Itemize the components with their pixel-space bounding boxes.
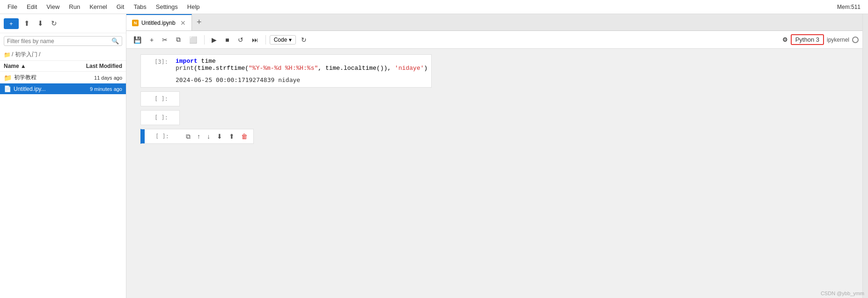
save-button[interactable]: 💾 <box>130 34 145 45</box>
cell-2[interactable]: [ ]: <box>140 91 180 106</box>
cell-body-4[interactable] <box>173 129 180 143</box>
str-format: "%Y-%m-%d %H:%H:%s" <box>249 65 318 72</box>
menu-bar: File Edit View Run Kernel Git Tabs Setti… <box>0 0 868 14</box>
breadcrumb: 📁 / 初学入门 / <box>0 49 126 61</box>
download-button[interactable]: ⬇ <box>35 18 46 29</box>
menu-run[interactable]: Run <box>65 2 84 11</box>
file-name: Untitled.ipy... <box>14 86 45 92</box>
copy-cell-action[interactable]: ⧉ <box>184 132 192 142</box>
menu-tabs[interactable]: Tabs <box>130 2 150 11</box>
restart-button[interactable]: ↺ <box>235 34 247 45</box>
cell-actions-4: ⧉ ↑ ↓ ⬇ ⬆ 🗑 <box>180 130 253 143</box>
mem-info: Mem:511 <box>837 4 864 10</box>
folder-icon: 📁 <box>4 74 12 82</box>
cell-prompt-4: [ ]: <box>145 129 173 143</box>
list-item[interactable]: 📁 初学教程 11 days ago <box>0 72 126 83</box>
upload-button[interactable]: ⬆ <box>22 18 32 29</box>
breadcrumb-path: / 初学入门 / <box>12 51 40 59</box>
file-list-header: Name ▲ Last Modified <box>0 61 126 72</box>
cell-wrapper-4: [ ]: ⧉ ↑ ↓ ⬇ ⬆ 🗑 <box>126 127 862 146</box>
cell-wrapper-3: [ ]: <box>126 108 862 127</box>
cell-prompt-2: [ ]: <box>144 92 172 106</box>
scrollbar[interactable] <box>862 14 868 298</box>
delete-action[interactable]: 🗑 <box>239 132 250 141</box>
fast-forward-button[interactable]: ⏭ <box>249 34 262 45</box>
search-input[interactable] <box>7 38 111 45</box>
cell-1[interactable]: [3]: import time print(time.strftime("%Y… <box>140 54 432 88</box>
cell-body-1[interactable]: import time print(time.strftime("%Y-%m-%… <box>172 55 431 74</box>
move-down-action[interactable]: ↓ <box>205 132 212 141</box>
col-name-header[interactable]: Name ▲ <box>4 63 71 69</box>
run-button[interactable]: ▶ <box>208 34 220 45</box>
cell-body-2[interactable] <box>172 92 179 106</box>
add-cell-button[interactable]: + <box>147 34 157 45</box>
add-tab-button[interactable]: + <box>192 17 206 27</box>
cell-body-3[interactable] <box>172 111 179 125</box>
refresh-kernel-button[interactable]: ↻ <box>298 34 310 45</box>
file-modified: 9 minutes ago <box>71 86 122 92</box>
cell-prompt-1: [3]: <box>144 55 172 87</box>
separator <box>204 35 205 45</box>
menu-kernel[interactable]: Kernel <box>86 2 111 11</box>
menu-edit[interactable]: Edit <box>23 2 41 11</box>
watermark: CSDN @ybb_ymm <box>821 291 864 296</box>
menu-file[interactable]: File <box>4 2 21 11</box>
refresh-button[interactable]: ↻ <box>49 18 59 29</box>
notebook-content: [3]: import time print(time.strftime("%Y… <box>126 49 862 298</box>
menu-help[interactable]: Help <box>184 2 204 11</box>
move-up-action[interactable]: ↑ <box>195 132 202 141</box>
sort-icon: ▲ <box>21 63 26 69</box>
cut-button[interactable]: ✂ <box>159 34 171 45</box>
output-text-1: 2024-06-25 00:00:1719274839 nidaye <box>176 76 300 83</box>
menu-view[interactable]: View <box>43 2 63 11</box>
kernel-select[interactable]: Code ▾ <box>270 35 296 45</box>
str-nidaye: 'nidaye' <box>395 65 424 72</box>
kernel-select-label: Code <box>274 37 287 43</box>
main-layout: + ⬆ ⬇ ↻ 🔍 📁 / 初学入门 / Name ▲ Last Modifie… <box>0 14 868 298</box>
kernel-name: ipykernel <box>827 37 849 43</box>
copy-cell-button[interactable]: ⧉ <box>173 34 184 45</box>
cell-wrapper-1: [3]: import time print(time.strftime("%Y… <box>126 52 862 89</box>
menu-git[interactable]: Git <box>113 2 128 11</box>
tab-notebook[interactable]: N Untitled.ipynb ✕ <box>126 14 192 30</box>
cell-output-1: 2024-06-25 00:00:1719274839 nidaye <box>172 74 431 87</box>
search-box: 🔍 <box>4 36 122 46</box>
file-modified: 11 days ago <box>71 75 122 81</box>
sidebar-toolbar: + ⬆ ⬇ ↻ <box>0 14 126 33</box>
sidebar: + ⬆ ⬇ ↻ 🔍 📁 / 初学入门 / Name ▲ Last Modifie… <box>0 14 126 298</box>
cell-4[interactable]: [ ]: ⧉ ↑ ↓ ⬇ ⬆ 🗑 <box>140 129 254 144</box>
tab-bar: N Untitled.ipynb ✕ + <box>126 14 862 31</box>
list-item[interactable]: 📄 Untitled.ipy... 9 minutes ago <box>0 83 126 94</box>
paste-cell-button[interactable]: ⬜ <box>186 34 200 45</box>
tab-close-button[interactable]: ✕ <box>180 19 186 27</box>
folder-icon: 📁 <box>4 52 11 58</box>
kernel-indicator-area: ⚙ Python 3 ipykernel <box>782 34 859 45</box>
cell-prompt-3: [ ]: <box>144 111 172 125</box>
file-list: 📁 初学教程 11 days ago 📄 Untitled.ipy... 9 m… <box>0 72 126 298</box>
search-icon: 🔍 <box>111 37 119 45</box>
col-modified-header[interactable]: Last Modified <box>71 63 122 69</box>
download-action[interactable]: ⬇ <box>215 132 224 141</box>
cell-container-4: ⧉ ↑ ↓ ⬇ ⬆ 🗑 <box>173 129 253 143</box>
notebook-tab-icon: N <box>132 20 139 26</box>
file-name: 初学教程 <box>14 74 37 82</box>
menu-settings[interactable]: Settings <box>152 2 182 11</box>
plus-icon: + <box>9 20 13 27</box>
separator2 <box>265 35 266 45</box>
stop-button[interactable]: ■ <box>222 34 232 45</box>
notebook-toolbar: 💾 + ✂ ⧉ ⬜ ▶ ■ ↺ ⏭ Code ▾ ↻ ⚙ Python 3 ip… <box>126 31 862 49</box>
notebook-icon: 📄 <box>4 85 11 92</box>
chevron-down-icon: ▾ <box>289 37 292 43</box>
new-button[interactable]: + <box>4 18 19 29</box>
func-print: print <box>176 65 194 72</box>
cell-container-1: import time print(time.strftime("%Y-%m-%… <box>172 55 431 87</box>
keyword-import: import <box>176 58 198 65</box>
kernel-status-circle <box>852 37 859 43</box>
merge-action[interactable]: ⬆ <box>227 132 236 141</box>
cell-3[interactable]: [ ]: <box>140 110 180 125</box>
content-area: N Untitled.ipynb ✕ + 💾 + ✂ ⧉ ⬜ ▶ ■ ↺ ⏭ C… <box>126 14 862 298</box>
tab-label: Untitled.ipynb <box>141 20 176 26</box>
python3-badge[interactable]: Python 3 <box>791 34 824 45</box>
cell-wrapper-2: [ ]: <box>126 89 862 108</box>
settings-icon[interactable]: ⚙ <box>782 36 788 43</box>
